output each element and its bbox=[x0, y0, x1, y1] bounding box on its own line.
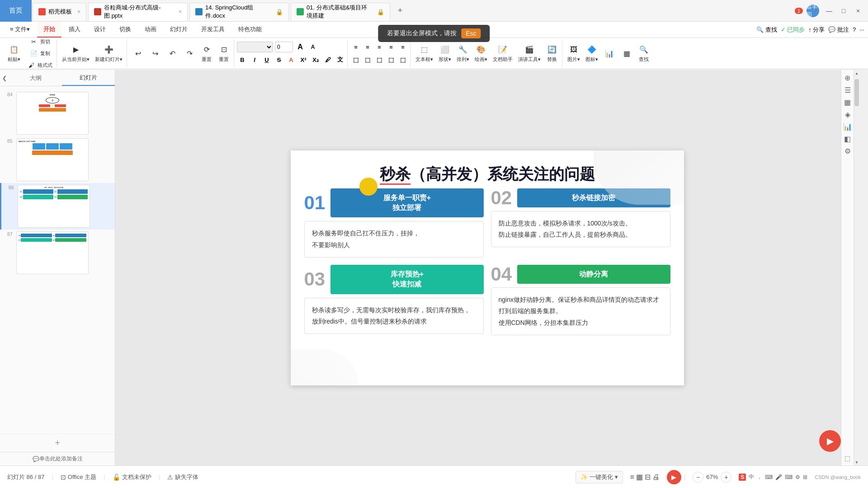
keyboard2-icon[interactable]: ⌨ bbox=[785, 474, 793, 480]
rp-icon-5[interactable]: 📊 bbox=[843, 122, 852, 131]
tab-env[interactable]: 01. 分布式基础&项目环境搭建 🔒 bbox=[291, 3, 390, 21]
bullet-list-button[interactable]: ≡ bbox=[350, 42, 361, 52]
list-view-button[interactable]: ≡ bbox=[630, 473, 634, 481]
char-button[interactable]: 文 bbox=[335, 54, 345, 65]
panel-collapse-button[interactable]: ❮ bbox=[0, 70, 9, 86]
play-button[interactable]: ▶ bbox=[667, 470, 681, 484]
ribbon-tab-start[interactable]: 开始 bbox=[37, 22, 61, 38]
italic-button[interactable]: I bbox=[249, 54, 260, 65]
rp-icon-2[interactable]: ☰ bbox=[844, 86, 851, 94]
align-left-button[interactable]: ⬚ bbox=[350, 54, 361, 65]
format-painter-button[interactable]: 🖌 格式式 bbox=[24, 60, 55, 69]
tab-docx[interactable]: 14. SpringCloud组件.docx 🔒 bbox=[189, 3, 289, 21]
keyboard-icon[interactable]: ⌨ bbox=[765, 474, 773, 480]
tab-add-button[interactable]: + bbox=[393, 4, 407, 18]
align-right-button[interactable]: ⬚ bbox=[374, 54, 385, 65]
redo2-button[interactable]: ↷ bbox=[181, 47, 198, 60]
line-spacing-button[interactable]: ≡ bbox=[397, 42, 408, 52]
reset-button[interactable]: ⟳ 重置 bbox=[198, 43, 215, 64]
increase-indent-button[interactable]: ≡ bbox=[386, 42, 396, 52]
rp-icon-1[interactable]: ⊕ bbox=[844, 74, 850, 82]
theme-info[interactable]: ⊡ Office 主题 bbox=[61, 473, 96, 481]
tab-dokeytemplate[interactable]: 稻壳模板 × bbox=[33, 3, 86, 21]
reset2-button[interactable]: ⊡ 重置 bbox=[216, 43, 232, 64]
shape-button[interactable]: ⬜ 形状▾ bbox=[436, 43, 453, 64]
add-note-area[interactable]: 💬 单击此处添加备注 bbox=[0, 452, 115, 465]
play-from-current-button[interactable]: ▶ 从当前开始▾ bbox=[60, 43, 92, 64]
tab-ppt[interactable]: 谷粒商城-分布式高级-图.pptx × bbox=[88, 3, 188, 21]
table-button[interactable]: ▦ bbox=[618, 47, 635, 60]
textbox-button[interactable]: ⬚ 文本框▾ bbox=[413, 43, 435, 64]
rp-icon-bottom[interactable]: ⬚ bbox=[844, 455, 850, 462]
protect-info[interactable]: 🔓 文档未保护 bbox=[113, 473, 151, 481]
grid-view-button[interactable]: ▦ bbox=[636, 473, 643, 481]
presentation-tool-button[interactable]: 🎬 演讲工具▾ bbox=[516, 43, 543, 64]
more-button[interactable]: ··· bbox=[859, 26, 864, 33]
slide-canvas[interactable]: 秒杀（高并发）系统关注的问题 01 服务单一职责+独立部署 秒杀服务即使自己扛不… bbox=[291, 150, 684, 385]
undo2-button[interactable]: ↶ bbox=[164, 47, 180, 60]
underline-button[interactable]: U bbox=[261, 54, 272, 65]
align-center-button[interactable]: ⬚ bbox=[362, 54, 373, 65]
rp-icon-6[interactable]: ◧ bbox=[844, 135, 851, 143]
ribbon-tab-special[interactable]: 特色功能 bbox=[232, 22, 268, 38]
side-view-button[interactable]: ⊟ bbox=[645, 473, 651, 481]
zoom-out-button[interactable]: − bbox=[693, 472, 703, 483]
esc-button[interactable]: Esc bbox=[461, 28, 481, 38]
strikethrough-button[interactable]: S bbox=[274, 54, 284, 65]
settings-tray-icon[interactable]: ⚙ bbox=[795, 474, 800, 480]
scroll-up-button[interactable]: ▲ bbox=[854, 70, 859, 76]
panel-tab-slides[interactable]: 幻灯片 bbox=[62, 70, 115, 86]
vertical-scrollbar[interactable]: ▲ ▼ bbox=[854, 70, 859, 465]
font-missing-info[interactable]: ⚠ 缺失字体 bbox=[167, 473, 198, 481]
review-button[interactable]: 💬 批注 bbox=[828, 26, 849, 34]
ribbon-tab-slideshow[interactable]: 幻灯片 bbox=[164, 22, 194, 38]
panel-tab-outline[interactable]: 大纲 bbox=[9, 70, 62, 86]
mic-icon[interactable]: 🎤 bbox=[775, 474, 782, 480]
align-distribute-button[interactable]: ⬚ bbox=[397, 54, 408, 65]
font-family-select[interactable] bbox=[237, 42, 273, 52]
chart-button[interactable]: 📊 bbox=[601, 47, 618, 60]
font-color-button[interactable]: A bbox=[286, 54, 297, 65]
copy-button[interactable]: 📄 复制 bbox=[24, 48, 55, 59]
rp-icon-3[interactable]: ▦ bbox=[844, 98, 851, 107]
tab-home[interactable]: 首页 bbox=[0, 0, 32, 22]
user-avatar[interactable]: 雷丰阳 bbox=[807, 5, 819, 17]
search-button[interactable]: 🔍 查找 bbox=[756, 26, 777, 34]
minimize-button[interactable]: — bbox=[823, 5, 835, 17]
find-button[interactable]: 🔍 查找 bbox=[636, 43, 652, 64]
help-button[interactable]: ? bbox=[853, 26, 856, 33]
undo-button[interactable]: ↩ bbox=[130, 47, 146, 60]
chinese-mode[interactable]: 中 bbox=[749, 473, 754, 481]
bold-button[interactable]: B bbox=[237, 54, 248, 65]
slide-item-84[interactable]: 84 稻壳模板 ⚙ → bbox=[0, 90, 115, 136]
font-size-down-button[interactable]: A bbox=[307, 42, 318, 52]
scroll-thumb[interactable] bbox=[854, 79, 859, 106]
slide-item-87[interactable]: 87 05 06 07 bbox=[0, 230, 115, 276]
sync-button[interactable]: ✓ 已同步 bbox=[781, 26, 805, 34]
rp-icon-4[interactable]: ◈ bbox=[845, 110, 850, 119]
close-button[interactable]: × bbox=[852, 5, 864, 17]
new-slide-button[interactable]: ➕ 新建幻灯片▾ bbox=[93, 43, 125, 64]
ribbon-tab-transition[interactable]: 切换 bbox=[113, 22, 137, 38]
icon-button[interactable]: 🔷 图标▾ bbox=[583, 43, 600, 64]
drawing-button[interactable]: 🎨 绘画▾ bbox=[472, 43, 490, 64]
redo-button[interactable]: ↪ bbox=[147, 47, 163, 60]
ribbon-tab-dev[interactable]: 开发工具 bbox=[195, 22, 231, 38]
tab-close-ppt[interactable]: × bbox=[179, 9, 182, 15]
print-view-button[interactable]: 🖨 bbox=[652, 473, 660, 481]
rp-icon-7[interactable]: ⚙ bbox=[844, 147, 851, 155]
arrange-button[interactable]: 🔧 排列▾ bbox=[454, 43, 472, 64]
numbered-list-button[interactable]: ≡ bbox=[362, 42, 373, 52]
slide-item-86[interactable]: 86 秒杀（高并发）系统关注的问题 01 02 03 bbox=[0, 183, 115, 230]
more-tray-icon[interactable]: ⊞ bbox=[803, 474, 807, 480]
scroll-down-button[interactable]: ▼ bbox=[854, 459, 859, 465]
zoom-in-button[interactable]: + bbox=[721, 472, 731, 483]
shadow-button[interactable]: 🖊 bbox=[322, 54, 333, 65]
align-justify-button[interactable]: ⬚ bbox=[386, 54, 396, 65]
slide-item-85[interactable]: 85 微服务任务-分布式下的难题 bbox=[0, 136, 115, 183]
replace-button[interactable]: 🔄 替换 bbox=[544, 43, 560, 64]
paste-button[interactable]: 📋 粘贴▾ bbox=[5, 43, 23, 64]
font-size-up-button[interactable]: A bbox=[295, 42, 306, 52]
ribbon-tab-animation[interactable]: 动画 bbox=[138, 22, 163, 38]
superscript-button[interactable]: X² bbox=[298, 54, 309, 65]
